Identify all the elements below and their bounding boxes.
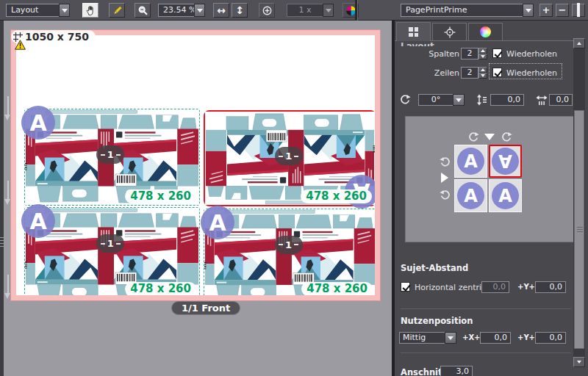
orientation-letter: A <box>457 182 484 209</box>
tab-register[interactable] <box>432 23 467 40</box>
nutzen-y-input[interactable]: 0,0 <box>535 332 566 344</box>
horizontal-gap-icon <box>536 94 548 106</box>
zeilen-wiederholen-checkbox[interactable] <box>492 68 502 77</box>
tab-layout[interactable] <box>396 22 431 41</box>
layout-mode-dropdown[interactable]: Layout <box>6 4 60 17</box>
box-size-label: 478 x 260 <box>301 282 373 295</box>
layout-box-2-selected[interactable]: A 1 478 x 260 <box>204 110 375 206</box>
zeilen-input[interactable]: 2 <box>461 67 478 79</box>
toolbar-divider <box>355 0 358 21</box>
panel-preset-dropdown[interactable]: PagePrintPrime <box>401 4 523 17</box>
orientation-letter-overlay: A <box>21 204 55 238</box>
layout-mode-dropdown-arrow[interactable] <box>59 4 70 17</box>
preview-cell-3[interactable]: A <box>454 179 487 212</box>
spalten-input[interactable]: 2 <box>461 48 478 59</box>
rotate-column-left-icon[interactable] <box>467 131 479 143</box>
sujet-number-badge: 1 <box>96 145 124 164</box>
scroll-up-button[interactable] <box>573 38 585 48</box>
nutzen-x-input[interactable]: 0,0 <box>480 332 511 344</box>
preview-cell-1[interactable]: A <box>454 145 487 178</box>
rotate-row-bottom-icon[interactable] <box>440 189 451 201</box>
spalten-stepper[interactable] <box>478 48 487 59</box>
panel-maximize-button[interactable] <box>572 4 585 17</box>
edit-tool-button[interactable] <box>109 3 125 18</box>
horizontal-zentrieren-checkbox[interactable] <box>401 282 410 292</box>
rotation-angle-dropdown-arrow[interactable] <box>453 94 465 106</box>
stepper-up-icon[interactable] <box>478 67 487 73</box>
stepper-up-icon[interactable] <box>478 48 487 54</box>
rotate-column-right-icon[interactable] <box>501 131 512 143</box>
rotate-icon <box>399 94 411 106</box>
group-label-clipped: Layout <box>401 41 434 46</box>
box-size-label: 478 x 260 <box>125 189 196 203</box>
vertical-gap-input[interactable]: 0,0 <box>490 94 524 106</box>
box-size-label: 478 x 260 <box>125 282 196 295</box>
circle-plus-icon <box>262 5 273 16</box>
splitter-grip[interactable] <box>0 236 4 248</box>
nutzen-y-label: +Y+ <box>517 333 535 341</box>
panel-collapse-button[interactable]: − <box>556 4 569 17</box>
magnifier-icon <box>137 5 148 16</box>
fit-height-button[interactable]: ↕ <box>232 3 248 18</box>
preview-cell-4[interactable]: A <box>489 179 522 212</box>
panel-add-button[interactable]: + <box>539 4 553 17</box>
hand-icon <box>85 5 96 16</box>
nutzenposition-dropdown[interactable]: Mittig <box>399 332 445 344</box>
stepper-down-icon[interactable] <box>478 73 487 79</box>
column-selector-arrow[interactable] <box>484 134 495 140</box>
warning-icon[interactable] <box>15 40 26 50</box>
panel-preset-dropdown-arrow[interactable] <box>523 4 534 17</box>
crosshair-icon <box>444 26 456 38</box>
canvas-edge-strip <box>0 21 4 376</box>
scroll-down-button[interactable] <box>573 357 585 367</box>
layout-box-1[interactable]: A 1 478 x 260 <box>24 109 200 206</box>
orientation-letter: A <box>492 182 519 209</box>
row-selector-arrow[interactable] <box>441 173 448 183</box>
nutzenposition-dropdown-arrow[interactable] <box>445 332 456 344</box>
zoom-tool-button[interactable] <box>135 3 151 18</box>
sujet-y-input[interactable]: 0,0 <box>535 281 566 293</box>
scrollbar-thumb[interactable] <box>574 110 584 349</box>
tab-color[interactable] <box>468 23 503 40</box>
zeilen-wiederholen-label: Wiederholen <box>506 68 557 78</box>
panel-scrollbar[interactable] <box>573 38 585 367</box>
pageprintprime-panel: Layout Spalten 2 Wiederholen Zeilen 2 Wi… <box>395 21 588 376</box>
spalten-wiederholen-label: Wiederholen <box>506 49 557 59</box>
vertical-arrows-icon: ↕ <box>235 4 244 16</box>
zoom-in-button[interactable] <box>259 3 275 18</box>
sheet-printable-area: A 1 478 x 260 A 1 478 x 260 <box>16 35 375 295</box>
layout-grid-icon <box>409 27 418 37</box>
fit-width-button[interactable]: ↔ <box>213 3 229 18</box>
pan-tool-button[interactable] <box>82 3 98 18</box>
horizontal-arrows-icon: ↔ <box>217 4 226 16</box>
color-wheel-icon <box>480 26 491 37</box>
layout-canvas[interactable]: A 1 478 x 260 A 1 478 x 260 <box>0 21 392 376</box>
vertical-gap-icon <box>476 94 487 106</box>
box-size-label: 478 x 260 <box>301 189 372 203</box>
rotation-angle-dropdown[interactable]: 0° <box>418 94 453 106</box>
scale-dropdown[interactable]: 1 x <box>287 4 323 17</box>
zoom-level-dropdown[interactable]: 23.54 % <box>158 4 195 17</box>
layout-box-4[interactable]: A 1 478 x 260 <box>204 209 375 295</box>
application-window: Layout 23.54 % ↔ <box>0 0 588 376</box>
sujet-number-badge: 1 <box>275 236 303 254</box>
zeilen-stepper[interactable] <box>478 67 487 79</box>
sujet-abstand-heading: Sujet-Abstand <box>401 263 468 273</box>
preview-cell-2-selected[interactable]: A <box>489 145 522 178</box>
zoom-level-dropdown-arrow[interactable] <box>194 4 205 17</box>
stepper-down-icon[interactable] <box>478 54 487 59</box>
pencil-icon <box>112 5 123 16</box>
sujet-number-badge: 1 <box>96 234 124 253</box>
anschnitt-input[interactable]: 3,0 <box>440 366 473 376</box>
section-divider <box>401 352 571 353</box>
toolbar: Layout 23.54 % ↔ <box>0 0 588 21</box>
sujet-x-input[interactable]: 0,0 <box>481 281 509 293</box>
rotate-row-top-icon[interactable] <box>440 156 451 168</box>
scale-dropdown-arrow[interactable] <box>323 4 334 17</box>
maximize-icon <box>577 3 580 17</box>
sujet-number-badge: 1 <box>275 147 303 165</box>
layout-box-3[interactable]: A 1 478 x 260 <box>24 207 200 295</box>
horizontal-gap-input[interactable]: 0,0 <box>549 94 573 106</box>
sujet-y-label: +Y+ <box>517 283 535 291</box>
spalten-wiederholen-checkbox[interactable] <box>492 48 502 58</box>
